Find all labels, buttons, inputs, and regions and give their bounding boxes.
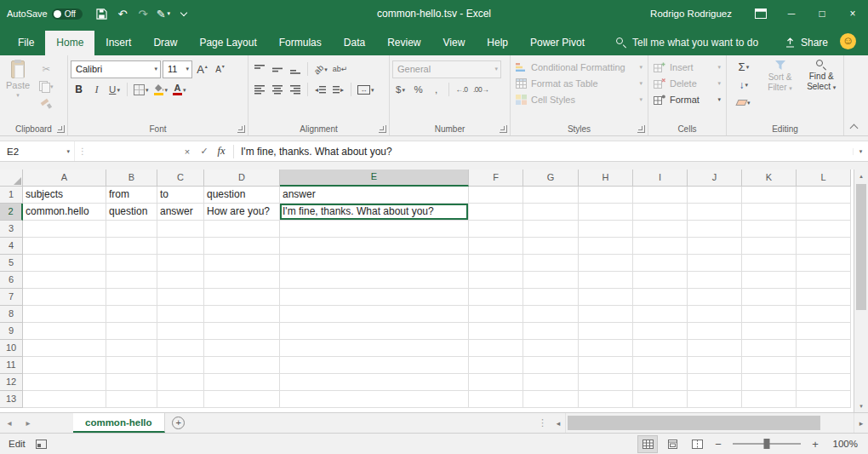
cell-D6[interactable] bbox=[204, 272, 280, 289]
cell-C1[interactable]: to bbox=[157, 187, 204, 204]
row-header-1[interactable]: 1 bbox=[0, 187, 23, 204]
cell-H13[interactable] bbox=[579, 391, 633, 408]
delete-cells-button[interactable]: Delete ▾ bbox=[651, 75, 723, 91]
cell-B2[interactable]: question bbox=[106, 204, 157, 221]
autosum-button[interactable]: Σ▾ bbox=[729, 59, 758, 75]
cell-F12[interactable] bbox=[469, 374, 523, 391]
cell-H12[interactable] bbox=[579, 374, 633, 391]
find-select-button[interactable]: Find & Select ▾ bbox=[802, 59, 841, 111]
row-header-10[interactable]: 10 bbox=[0, 340, 23, 357]
cell-F5[interactable] bbox=[469, 255, 523, 272]
font-dialog-launcher[interactable] bbox=[237, 125, 245, 133]
cell-J8[interactable] bbox=[688, 306, 742, 323]
cell-K8[interactable] bbox=[742, 306, 797, 323]
cell-I12[interactable] bbox=[633, 374, 688, 391]
cell-E7[interactable] bbox=[280, 289, 469, 306]
enter-button[interactable]: ✓ bbox=[196, 146, 213, 157]
insert-cells-button[interactable]: Insert ▾ bbox=[651, 59, 723, 75]
cell-E8[interactable] bbox=[280, 306, 469, 323]
expand-formula-bar-button[interactable]: ▾ bbox=[853, 148, 868, 155]
bottom-align-button[interactable] bbox=[287, 61, 303, 78]
cell-A3[interactable] bbox=[23, 221, 106, 238]
sheet-prev-button[interactable]: ◂ bbox=[0, 413, 19, 433]
cell-B4[interactable] bbox=[106, 238, 157, 255]
insert-function-button[interactable]: fx bbox=[213, 145, 230, 158]
cell-J10[interactable] bbox=[688, 340, 742, 357]
cell-B8[interactable] bbox=[106, 306, 157, 323]
column-header-L[interactable]: L bbox=[797, 170, 851, 187]
cell-styles-button[interactable]: Cell Styles ▾ bbox=[513, 91, 645, 107]
merge-center-button[interactable]: ↔▾ bbox=[356, 82, 376, 98]
cell-G4[interactable] bbox=[523, 238, 579, 255]
cell-E10[interactable] bbox=[280, 340, 469, 357]
cell-K7[interactable] bbox=[742, 289, 797, 306]
cell-J1[interactable] bbox=[688, 187, 742, 204]
cell-H8[interactable] bbox=[579, 306, 633, 323]
cell-C2[interactable]: answer bbox=[157, 204, 204, 221]
ribbon-tab-draw[interactable]: Draw bbox=[142, 31, 188, 55]
comma-style-button[interactable]: , bbox=[428, 82, 444, 98]
cell-J7[interactable] bbox=[688, 289, 742, 306]
cell-L1[interactable] bbox=[797, 187, 851, 204]
styles-dialog-launcher[interactable] bbox=[637, 125, 645, 133]
cell-F7[interactable] bbox=[469, 289, 523, 306]
column-header-G[interactable]: G bbox=[523, 170, 579, 187]
undo-button[interactable]: ↶ bbox=[113, 4, 132, 23]
tell-me-search[interactable]: Tell me what you want to do bbox=[616, 37, 758, 49]
increase-decimal-button[interactable]: ←.0 bbox=[454, 82, 470, 98]
cell-B12[interactable] bbox=[106, 374, 157, 391]
cell-H1[interactable] bbox=[579, 187, 633, 204]
cell-K10[interactable] bbox=[742, 340, 797, 357]
new-sheet-button[interactable]: + bbox=[165, 413, 192, 433]
normal-view-button[interactable] bbox=[638, 436, 657, 452]
cell-D7[interactable] bbox=[204, 289, 280, 306]
cell-F10[interactable] bbox=[469, 340, 523, 357]
ribbon-tab-review[interactable]: Review bbox=[376, 31, 431, 55]
cell-A10[interactable] bbox=[23, 340, 106, 357]
cell-D11[interactable] bbox=[204, 357, 280, 374]
cell-J6[interactable] bbox=[688, 272, 742, 289]
column-header-I[interactable]: I bbox=[633, 170, 688, 187]
column-header-K[interactable]: K bbox=[742, 170, 797, 187]
column-header-D[interactable]: D bbox=[204, 170, 280, 187]
cell-L3[interactable] bbox=[797, 221, 851, 238]
cell-G6[interactable] bbox=[523, 272, 579, 289]
cell-L13[interactable] bbox=[797, 391, 851, 408]
format-painter-button[interactable] bbox=[37, 96, 55, 112]
conditional-formatting-button[interactable]: Conditional Formatting ▾ bbox=[513, 59, 645, 75]
name-box[interactable]: E2 ▾ bbox=[0, 141, 75, 161]
row-header-9[interactable]: 9 bbox=[0, 323, 23, 340]
cell-L11[interactable] bbox=[797, 357, 851, 374]
cell-L12[interactable] bbox=[797, 374, 851, 391]
copy-button[interactable]: ▾ bbox=[37, 78, 55, 95]
cell-B6[interactable] bbox=[106, 272, 157, 289]
cell-H6[interactable] bbox=[579, 272, 633, 289]
ribbon-tab-insert[interactable]: Insert bbox=[94, 31, 142, 55]
wrap-text-button[interactable]: ab↵ bbox=[331, 61, 350, 78]
scroll-right-button[interactable]: ▸ bbox=[854, 419, 868, 428]
column-header-F[interactable]: F bbox=[469, 170, 523, 187]
bold-button[interactable]: B bbox=[71, 82, 87, 98]
cell-B7[interactable] bbox=[106, 289, 157, 306]
cell-F6[interactable] bbox=[469, 272, 523, 289]
ribbon-tab-view[interactable]: View bbox=[432, 31, 477, 55]
cell-D8[interactable] bbox=[204, 306, 280, 323]
cell-G5[interactable] bbox=[523, 255, 579, 272]
cancel-button[interactable]: × bbox=[179, 147, 196, 157]
cut-button[interactable]: ✂ bbox=[37, 60, 55, 77]
cell-D1[interactable]: question bbox=[204, 187, 280, 204]
cell-I6[interactable] bbox=[633, 272, 688, 289]
formula-input[interactable]: I'm fine, thanks. What about you? bbox=[237, 146, 853, 158]
cell-C5[interactable] bbox=[157, 255, 204, 272]
cell-B13[interactable] bbox=[106, 391, 157, 408]
increase-font-size-button[interactable]: A▴ bbox=[194, 61, 210, 78]
cell-L7[interactable] bbox=[797, 289, 851, 306]
ribbon-tab-file[interactable]: File bbox=[7, 31, 45, 55]
cell-K3[interactable] bbox=[742, 221, 797, 238]
row-header-6[interactable]: 6 bbox=[0, 272, 23, 289]
save-button[interactable] bbox=[93, 4, 111, 23]
cell-A6[interactable] bbox=[23, 272, 106, 289]
align-left-button[interactable] bbox=[251, 82, 267, 98]
number-dialog-launcher[interactable] bbox=[500, 125, 507, 133]
sheet-tab-common-hello[interactable]: common-hello bbox=[73, 413, 165, 433]
